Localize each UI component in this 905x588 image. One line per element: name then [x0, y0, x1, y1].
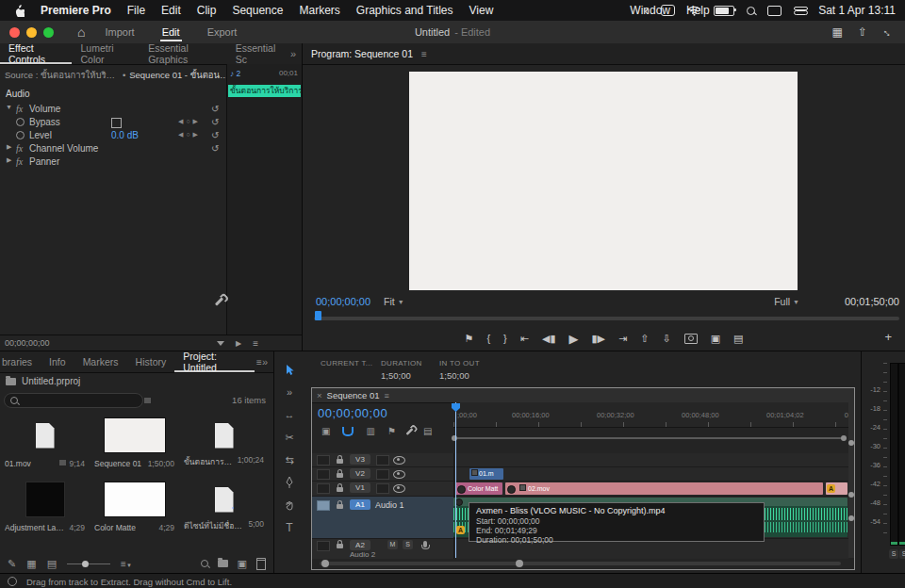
- toggle-track-output-icon[interactable]: [393, 470, 405, 479]
- reset-bypass-icon[interactable]: ↺: [211, 117, 219, 127]
- reset-level-icon[interactable]: ↺: [211, 130, 219, 140]
- minimize-window-button[interactable]: [26, 27, 37, 38]
- horizontal-scrollbar[interactable]: [320, 562, 841, 565]
- solo-left-button[interactable]: S: [889, 549, 898, 559]
- clip-01mov[interactable]: 01.m: [469, 468, 503, 480]
- timeline-settings-icon[interactable]: [405, 428, 413, 435]
- reset-channel-volume-icon[interactable]: ↺: [211, 143, 219, 154]
- zoom-handle[interactable]: [516, 560, 523, 567]
- panel-overflow-icon[interactable]: »: [290, 48, 302, 59]
- comparison-view-icon[interactable]: ▣: [711, 333, 720, 345]
- source-patch-box[interactable]: [317, 500, 330, 511]
- collapse-arrow-icon[interactable]: ▼: [6, 104, 12, 110]
- tab-essential-graphics[interactable]: Essential Graphics: [140, 43, 227, 64]
- button-editor-icon[interactable]: +: [884, 330, 892, 344]
- icon-view-icon[interactable]: ▦: [26, 558, 36, 570]
- program-scrubber[interactable]: [314, 317, 899, 320]
- project-item[interactable]: Sequence 01 1;50;00: [90, 412, 179, 476]
- workspaces-icon[interactable]: ▦: [832, 25, 843, 39]
- mute-track-button[interactable]: M: [387, 540, 398, 549]
- tab-sequence-01[interactable]: Sequence 01: [327, 390, 380, 400]
- effect-row-volume[interactable]: ▼ fx Volume ↺: [0, 104, 224, 116]
- source-patch-box[interactable]: [317, 541, 330, 551]
- timeline-display-icon[interactable]: ▤: [423, 426, 432, 436]
- panel-overflow-icon[interactable]: »: [262, 356, 273, 368]
- pen-tool[interactable]: [283, 476, 296, 489]
- track-v1[interactable]: V1 Color Matt 02.mov A: [312, 482, 848, 497]
- tab-export[interactable]: Export: [206, 23, 239, 41]
- menu-clip[interactable]: Clip: [197, 4, 217, 17]
- new-bin-icon[interactable]: [218, 560, 228, 567]
- slip-tool[interactable]: ⇆: [283, 453, 296, 466]
- step-forward-icon[interactable]: ▮▶: [592, 333, 606, 345]
- solo-track-button[interactable]: S: [403, 540, 413, 549]
- scroll-handle[interactable]: [848, 492, 854, 498]
- delete-icon[interactable]: [256, 558, 266, 570]
- hand-tool[interactable]: [283, 498, 296, 512]
- tab-markers[interactable]: Markers: [74, 351, 127, 372]
- effect-row-level[interactable]: Level 0.0 dB ◀○▶ ↺: [0, 130, 224, 142]
- track-label-v1[interactable]: V1: [350, 482, 370, 493]
- program-timecode[interactable]: 00;00;00;00: [316, 296, 370, 307]
- menubar-clock[interactable]: Sat 1 Apr 13:11: [818, 4, 896, 17]
- effect-row-panner[interactable]: ▶ fx Panner: [0, 156, 224, 169]
- menu-file[interactable]: File: [127, 4, 145, 17]
- lock-icon[interactable]: [337, 459, 343, 464]
- razor-tool[interactable]: ✂: [283, 431, 296, 444]
- keyframe-nav-icons[interactable]: ◀○▶: [178, 131, 201, 139]
- menu-view[interactable]: View: [469, 4, 494, 17]
- chevron-left-icon[interactable]: ‹: [644, 6, 649, 15]
- screen-mirroring-icon[interactable]: [661, 5, 675, 16]
- timeline-timecode[interactable]: 00;00;00;00: [318, 406, 387, 420]
- add-marker-icon[interactable]: ⚑: [465, 333, 474, 345]
- export-frame-icon[interactable]: [684, 334, 698, 344]
- clip-color-matte[interactable]: Color Matt: [455, 482, 502, 495]
- nest-sequences-icon[interactable]: ▣: [321, 426, 330, 436]
- play-button-icon[interactable]: ▶: [569, 332, 579, 346]
- snap-magnet-icon[interactable]: [342, 427, 354, 436]
- display-icon[interactable]: [767, 6, 782, 16]
- lock-icon[interactable]: [337, 487, 343, 492]
- tab-info[interactable]: Info: [41, 351, 74, 372]
- work-area-bar[interactable]: [453, 437, 845, 439]
- lift-icon[interactable]: ⇧: [640, 333, 649, 345]
- level-value[interactable]: 0.0 dB: [111, 130, 139, 140]
- step-back-icon[interactable]: ◀▮: [542, 333, 556, 345]
- vertical-scrollbar[interactable]: [848, 402, 854, 558]
- effect-row-bypass[interactable]: Bypass ◀○▶ ↺: [0, 117, 224, 129]
- tab-edit[interactable]: Edit: [160, 23, 182, 41]
- program-panel-title[interactable]: Program: Sequence 01: [303, 43, 421, 64]
- track-label-v3[interactable]: V3: [350, 454, 370, 465]
- menu-edit[interactable]: Edit: [161, 4, 181, 17]
- selection-tool[interactable]: [283, 363, 296, 376]
- toggle-track-output-icon[interactable]: [393, 484, 405, 493]
- project-item[interactable]: Adjustment Layer 4;29: [0, 476, 90, 540]
- reset-effect-icon[interactable]: ↺: [211, 104, 219, 114]
- scroll-handle[interactable]: [848, 440, 854, 446]
- tab-project-untitled[interactable]: Project: Untitled: [174, 351, 255, 372]
- track-v3[interactable]: V3: [312, 453, 848, 467]
- tab-lumetri-color[interactable]: Lumetri Color: [72, 43, 140, 64]
- expand-arrow-icon[interactable]: ▶: [7, 156, 11, 164]
- tab-import[interactable]: Import: [103, 23, 136, 41]
- source-patch-box[interactable]: [317, 483, 330, 494]
- spotlight-search-icon[interactable]: [747, 7, 755, 15]
- project-item[interactable]: ขั้นตอนการให้บริ.. 1;00;24: [179, 412, 269, 476]
- track-name-audio1[interactable]: Audio 1: [375, 500, 404, 510]
- tab-effect-controls[interactable]: Effect Controls: [0, 43, 72, 64]
- add-marker-icon[interactable]: ⚑: [387, 426, 396, 436]
- clip-02mov[interactable]: 02.mov: [505, 482, 823, 495]
- find-icon[interactable]: [201, 560, 208, 567]
- source-patch-box[interactable]: [317, 469, 330, 480]
- multi-camera-icon[interactable]: ▤: [733, 333, 743, 345]
- filter-icon[interactable]: [217, 341, 224, 346]
- track-label-v2[interactable]: V2: [350, 468, 370, 479]
- project-file-row[interactable]: Untitled.prproj: [6, 376, 80, 386]
- mark-out-icon[interactable]: }: [503, 333, 507, 344]
- zoom-window-button[interactable]: [43, 27, 54, 38]
- zoom-handle[interactable]: [321, 560, 329, 567]
- close-window-button[interactable]: [9, 27, 20, 38]
- list-view-icon[interactable]: ▤: [47, 558, 57, 570]
- tab-essential-sound[interactable]: Essential Sc: [227, 43, 290, 64]
- timeline-ruler[interactable]: ;00;00 00;00;16;00 00;00;32;00 00;00;48;…: [453, 402, 848, 428]
